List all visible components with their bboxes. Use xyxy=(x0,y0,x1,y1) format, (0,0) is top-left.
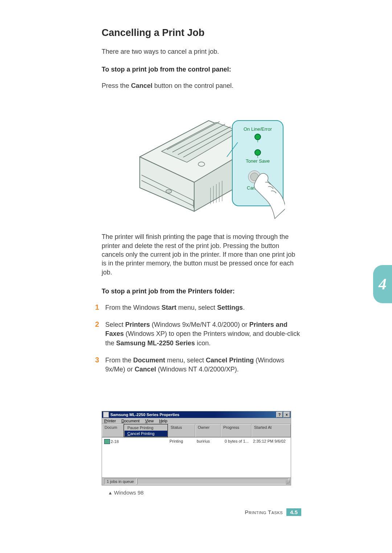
help-button[interactable]: ? xyxy=(276,412,283,418)
col-owner[interactable]: Owner xyxy=(195,424,221,437)
step-3: 3 From the Document menu, select Cancel … xyxy=(95,356,301,374)
print-queue-dialog: Samsung ML-2250 Series Properties ? × PP… xyxy=(102,411,291,485)
text: button on the control panel. xyxy=(152,82,233,89)
subheading-control-panel: To stop a print job from the control pan… xyxy=(102,66,301,73)
page-heading: Cancelling a Print Job xyxy=(102,27,301,38)
intro-text: There are two ways to cancel a print job… xyxy=(102,47,301,56)
step-1: 1 From the Windows Start menu, select Se… xyxy=(95,303,301,312)
menu-view[interactable]: View xyxy=(145,419,154,423)
menu-help[interactable]: Help xyxy=(159,419,167,423)
printer-icon xyxy=(103,412,109,418)
page-number-badge: 4.5 xyxy=(286,508,301,516)
dialog-titlebar: Samsung ML-2250 Series Properties ? × xyxy=(102,411,291,418)
step-2: 2 Select Printers (Windows 9x/Me/NT 4.0/… xyxy=(95,320,301,348)
label-online: On Line/Error xyxy=(244,126,272,132)
menu-pause-printing[interactable]: Pause Printing xyxy=(124,425,167,431)
queue-row[interactable]: 2-18 Printing buririus 0 bytes of 1... 2… xyxy=(102,438,291,446)
dialog-statusbar: 1 jobs in queue xyxy=(102,477,291,485)
row-progress: 0 bytes of 1... xyxy=(220,438,251,445)
svg-point-19 xyxy=(255,150,261,155)
queue-body: 2-18 Printing buririus 0 bytes of 1... 2… xyxy=(102,438,291,477)
dialog-title: Samsung ML-2250 Series Properties xyxy=(110,412,179,417)
step-number: 1 xyxy=(95,303,105,312)
col-document[interactable]: Docum xyxy=(102,424,124,437)
caption-text: Windows 98 xyxy=(114,489,144,496)
triangle-icon: ▴ xyxy=(109,489,112,496)
row-owner: buririus xyxy=(195,438,220,445)
step-number: 2 xyxy=(95,320,105,329)
document-icon xyxy=(104,439,110,444)
chapter-tab: 4 xyxy=(373,265,392,303)
menu-document[interactable]: Document xyxy=(121,419,139,423)
menu-printer[interactable]: PPrinterrinter xyxy=(104,419,116,423)
menu-cancel-printing[interactable]: Cancel Printing xyxy=(124,431,167,436)
cancel-word: Cancel xyxy=(131,82,152,89)
explanation-paragraph: The printer will finish printing the pag… xyxy=(102,232,301,276)
column-headers: Docum Pause Printing Cancel Printing Sta… xyxy=(102,424,291,438)
subheading-printers-folder: To stop a print job from the Printers fo… xyxy=(102,288,301,295)
row-started: 2:35:12 PM 9/6/02 xyxy=(251,438,291,445)
page-footer: Printing Tasks 4.5 xyxy=(102,508,301,516)
col-progress[interactable]: Progress xyxy=(221,424,252,437)
col-status[interactable]: Status xyxy=(168,424,195,437)
col-started[interactable]: Started At xyxy=(252,424,291,437)
label-toner-save: Toner Save xyxy=(246,158,270,164)
resize-grip-icon[interactable] xyxy=(286,480,290,484)
close-button[interactable]: × xyxy=(283,412,290,418)
status-text: 1 jobs in queue xyxy=(104,479,136,484)
figure-caption: ▴Windows 98 xyxy=(109,489,144,496)
text: Press the xyxy=(102,82,131,89)
footer-section: Printing Tasks xyxy=(245,509,283,515)
step-number: 3 xyxy=(95,356,105,364)
instruction-press-cancel: Press the Cancel button on the control p… xyxy=(102,81,301,90)
printer-illustration: On Line/Error Toner Save Cancel xyxy=(118,95,285,222)
row-name: 2-18 xyxy=(111,439,119,444)
svg-point-17 xyxy=(255,134,261,140)
row-status: Printing xyxy=(167,438,195,445)
svg-point-8 xyxy=(166,190,172,193)
document-dropdown: Pause Printing Cancel Printing xyxy=(124,424,168,437)
dialog-menubar: PPrinterrinter Document View Help xyxy=(102,418,291,424)
